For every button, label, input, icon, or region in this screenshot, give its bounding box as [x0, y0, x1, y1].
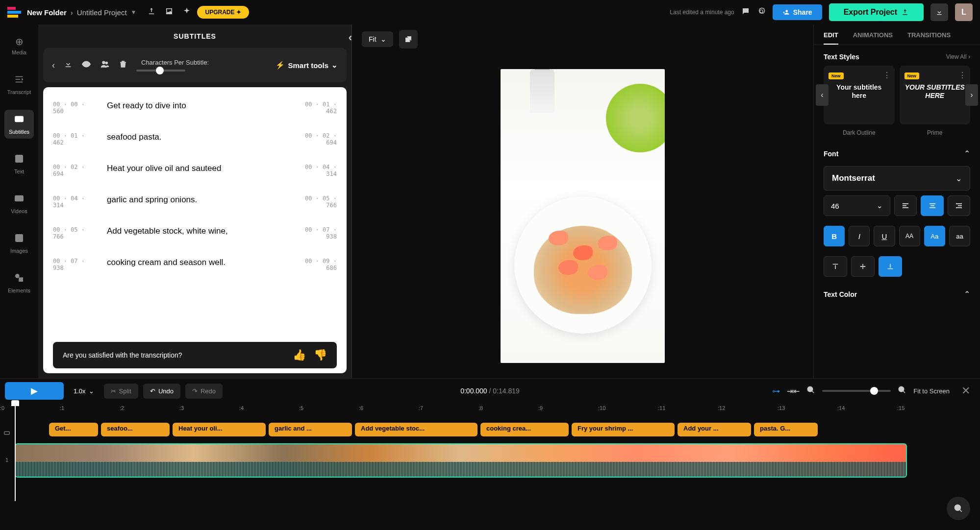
subtitle-clip[interactable]: pasta. G... — [754, 423, 818, 436]
lowercase-button[interactable]: aa — [949, 226, 970, 246]
trim-icon[interactable]: ⇥⇤ — [787, 386, 800, 396]
font-size-select[interactable]: 46⌄ — [824, 195, 890, 216]
align-left-button[interactable] — [894, 195, 917, 216]
preview-canvas[interactable] — [352, 54, 813, 378]
collapse-panel-icon[interactable]: ‹ — [349, 31, 352, 44]
subtitle-text[interactable]: cooking cream and season well. — [107, 258, 283, 267]
valign-top-button[interactable] — [824, 256, 847, 277]
subtitle-text[interactable]: seafood pasta. — [107, 132, 283, 142]
sidebar-item-elements[interactable]: Elements — [4, 268, 34, 297]
sidebar-item-text[interactable]: Text — [4, 149, 34, 178]
styles-prev-icon[interactable]: ‹ — [816, 84, 829, 106]
thumbs-up-icon[interactable]: 👍 — [293, 349, 306, 361]
zoom-fab[interactable] — [947, 497, 970, 520]
zoom-in-icon[interactable] — [898, 385, 906, 396]
share-button[interactable]: Share — [773, 4, 822, 20]
subtitle-text[interactable]: Add vegetable stock, white wine, — [107, 226, 283, 236]
more-icon[interactable]: ⋮ — [958, 71, 966, 80]
thumbs-down-icon[interactable]: 👎 — [314, 349, 327, 361]
sidebar-item-videos[interactable]: Videos — [4, 189, 34, 218]
tab-animations[interactable]: ANIMATIONS — [853, 31, 893, 45]
align-center-button[interactable] — [921, 195, 943, 216]
redo-button[interactable]: ↷Redo — [185, 384, 223, 399]
subtitle-row[interactable]: 00 · 02 · 694 Heat your olive oil and sa… — [43, 155, 347, 186]
subtitle-clip[interactable]: Add your ... — [678, 423, 751, 436]
subtitle-text[interactable]: garlic and spring onions. — [107, 195, 283, 205]
text-color-section-header[interactable]: Text Color ⌃ — [814, 282, 980, 307]
uppercase-button[interactable]: AA — [899, 226, 920, 246]
subtitle-row[interactable]: 00 · 04 · 314 garlic and spring onions. … — [43, 186, 347, 217]
subtitle-text[interactable]: Get ready to dive into — [107, 101, 283, 111]
subtitle-row[interactable]: 00 · 07 · 938 cooking cream and season w… — [43, 249, 347, 280]
share-out-icon[interactable] — [147, 7, 156, 18]
upgrade-button[interactable]: UPGRADE✦ — [197, 6, 249, 19]
styles-next-icon[interactable]: › — [965, 84, 978, 106]
chevron-down-icon[interactable]: ▼ — [131, 9, 137, 16]
style-card-dark-outline[interactable]: New ⋮ Your subtitles here — [824, 66, 895, 124]
subtitle-text[interactable]: Heat your olive oil and sauteed — [107, 164, 283, 173]
sidebar-item-subtitles[interactable]: Subtitles — [4, 110, 34, 139]
magnet-icon[interactable]: ⊶ — [772, 386, 780, 396]
bold-button[interactable]: B — [824, 226, 845, 246]
download-button[interactable] — [930, 3, 948, 21]
download-icon[interactable] — [64, 60, 73, 71]
subtitle-list[interactable]: 00 · 00 · 560 Get ready to dive into 00 … — [43, 87, 347, 373]
zoom-out-icon[interactable] — [806, 385, 815, 396]
people-icon[interactable] — [100, 59, 110, 72]
subtitle-clip[interactable]: Heat your oli... — [173, 423, 266, 436]
speed-select[interactable]: 1.0x⌄ — [69, 387, 99, 395]
sidebar-item-media[interactable]: ⊕Media — [4, 32, 34, 59]
zoom-slider[interactable] — [822, 390, 891, 392]
chars-slider[interactable] — [136, 70, 185, 72]
style-card-prime[interactable]: New ⋮ YOUR SUBTITLES HERE — [900, 66, 971, 124]
sidebar-item-images[interactable]: Images — [4, 229, 34, 258]
eye-icon[interactable] — [81, 59, 91, 72]
undo-button[interactable]: ↶Undo — [143, 384, 180, 399]
fit-dropdown[interactable]: Fit⌄ — [362, 31, 393, 47]
italic-button[interactable]: I — [849, 226, 870, 246]
play-button[interactable]: ▶ — [5, 382, 64, 400]
subtitle-clip[interactable]: Add vegetable stoc... — [355, 423, 477, 436]
subtitle-row[interactable]: 00 · 00 · 560 Get ready to dive into 00 … — [43, 92, 347, 123]
project-name[interactable]: Untitled Project — [77, 8, 127, 17]
align-right-button[interactable] — [948, 195, 970, 216]
video-clip[interactable] — [15, 443, 907, 478]
subtitle-clip[interactable]: cooking crea... — [480, 423, 569, 436]
underline-button[interactable]: U — [874, 226, 895, 246]
image-icon[interactable] — [165, 7, 174, 18]
tab-edit[interactable]: EDIT — [824, 31, 838, 45]
subtitle-clip[interactable]: seafoo... — [101, 423, 170, 436]
trash-icon[interactable] — [119, 60, 127, 71]
more-icon[interactable]: ⋮ — [883, 71, 891, 80]
subtitle-row[interactable]: 00 · 05 · 766 Add vegetable stock, white… — [43, 217, 347, 249]
smart-tools-button[interactable]: ⚡ Smart tools ⌄ — [276, 61, 338, 70]
font-family-select[interactable]: Montserrat ⌄ — [824, 166, 970, 191]
app-logo[interactable] — [7, 7, 21, 18]
gear-icon[interactable] — [757, 7, 766, 18]
comment-icon[interactable] — [741, 7, 750, 18]
detach-button[interactable] — [399, 30, 418, 48]
font-section-header[interactable]: Font ⌃ — [814, 141, 980, 166]
valign-bottom-button[interactable] — [879, 256, 902, 277]
close-icon[interactable]: ✕ — [956, 385, 975, 397]
export-button[interactable]: Export Project — [829, 3, 924, 21]
video-preview[interactable] — [501, 69, 665, 363]
playhead[interactable] — [15, 403, 16, 501]
subtitle-clip[interactable]: Get... — [49, 423, 98, 436]
video-track[interactable] — [15, 443, 980, 478]
avatar[interactable]: L — [955, 3, 973, 21]
fit-to-screen-button[interactable]: Fit to Screen — [913, 387, 950, 395]
subtitle-clip[interactable]: Fry your shrimp ... — [572, 423, 675, 436]
sparkle-icon[interactable] — [182, 7, 191, 18]
subtitle-clip[interactable]: garlic and ... — [269, 423, 352, 436]
split-button[interactable]: ✂Split — [104, 384, 138, 399]
tab-transitions[interactable]: TRANSITIONS — [907, 31, 951, 45]
view-all-link[interactable]: View All › — [946, 53, 970, 60]
timeline-ruler[interactable]: :0:1:2:3:4:5:6:7:8:9:10:11:12:13:14:15 — [0, 403, 980, 416]
subtitle-track[interactable]: Get...seafoo...Heat your oli...garlic an… — [15, 423, 980, 436]
sidebar-item-transcript[interactable]: Transcript — [4, 70, 34, 99]
titlecase-button[interactable]: Aa — [924, 226, 945, 246]
valign-middle-button[interactable] — [851, 256, 875, 277]
folder-name[interactable]: New Folder — [27, 8, 67, 17]
subtitle-row[interactable]: 00 · 01 · 462 seafood pasta. 00 · 02 · 6… — [43, 123, 347, 155]
